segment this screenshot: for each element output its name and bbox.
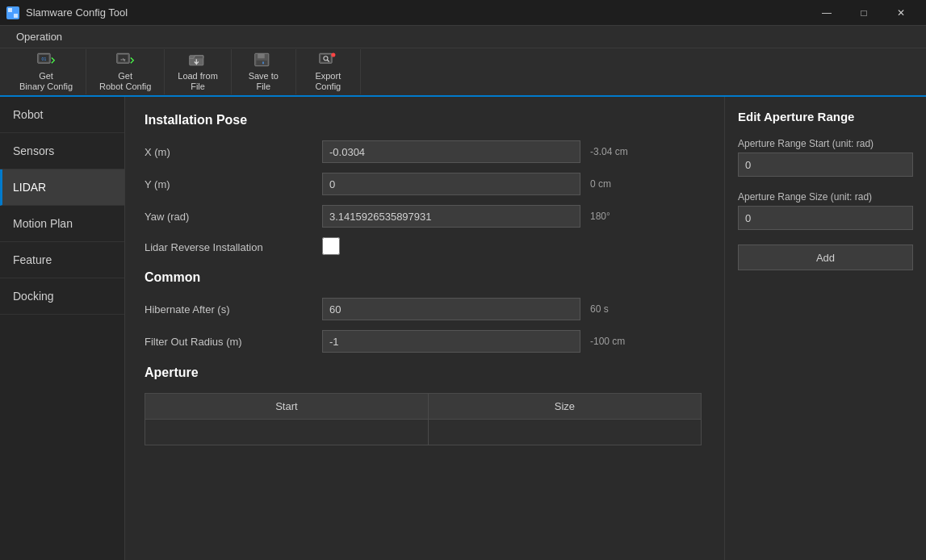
get-robot-config-icon: cfg <box>115 52 135 68</box>
get-robot-config-label: Get Robot Config <box>99 71 151 92</box>
yaw-unit: 180° <box>590 211 639 222</box>
y-unit: 0 cm <box>590 178 639 190</box>
svg-rect-12 <box>258 53 265 58</box>
sidebar-item-robot[interactable]: Robot <box>0 97 124 133</box>
aperture-section: Aperture Start Size <box>145 366 705 445</box>
aperture-size-group: Aperture Range Size (unit: rad) <box>738 191 913 230</box>
sidebar-item-sensors[interactable]: Sensors <box>0 133 124 169</box>
aperture-empty-row <box>145 420 702 445</box>
sidebar-item-feature[interactable]: Feature <box>0 242 124 278</box>
hibernate-label: Hibernate After (s) <box>145 303 322 316</box>
y-label: Y (m) <box>145 178 322 190</box>
title-bar-left: Slamware Config Tool <box>6 6 128 19</box>
export-config-icon <box>318 52 337 68</box>
load-from-file-label: Load from File <box>178 71 218 92</box>
filter-radius-label: Filter Out Radius (m) <box>145 336 322 348</box>
window-controls: — □ ✕ <box>808 0 920 26</box>
sidebar-item-motion-plan[interactable]: Motion Plan <box>0 206 124 242</box>
aperture-size-input[interactable] <box>738 206 913 230</box>
get-binary-config-button[interactable]: 01 Get Binary Config <box>6 49 86 94</box>
toolbar: 01 Get Binary Config cfg Get Robot Confi… <box>0 48 926 97</box>
app-icon <box>6 6 19 19</box>
export-config-label: Export Config <box>315 71 341 92</box>
lidar-reverse-checkbox-container <box>322 237 580 257</box>
x-unit: -3.04 cm <box>590 146 639 157</box>
save-to-file-label: Save to File <box>249 71 279 92</box>
export-config-button[interactable]: Export Config <box>296 49 361 94</box>
aperture-start-label: Aperture Range Start (unit: rad) <box>738 138 913 149</box>
get-binary-config-label: Get Binary Config <box>19 71 73 92</box>
aperture-title: Aperture <box>145 366 705 380</box>
load-from-file-button[interactable]: Load from File <box>165 49 232 94</box>
installation-pose-section: Installation Pose X (m) -3.04 cm Y (m) 0… <box>145 113 705 257</box>
svg-rect-3 <box>14 14 18 18</box>
filter-radius-input[interactable] <box>322 330 580 353</box>
installation-pose-title: Installation Pose <box>145 113 705 127</box>
aperture-col-size: Size <box>428 394 701 420</box>
x-input[interactable] <box>322 140 580 163</box>
right-panel: Edit Aperture Range Aperture Range Start… <box>724 97 926 560</box>
get-robot-config-button[interactable]: cfg Get Robot Config <box>86 49 165 94</box>
get-binary-config-icon: 01 <box>36 52 56 68</box>
yaw-input[interactable] <box>322 205 580 228</box>
sidebar-item-docking[interactable]: Docking <box>0 278 124 315</box>
svg-rect-13 <box>257 61 268 65</box>
content-area: Installation Pose X (m) -3.04 cm Y (m) 0… <box>125 97 724 560</box>
aperture-start-input[interactable] <box>738 153 913 177</box>
add-button[interactable]: Add <box>738 244 913 270</box>
aperture-table-body <box>145 420 702 445</box>
menu-bar: Operation <box>0 26 926 48</box>
x-row: X (m) -3.04 cm <box>145 140 705 163</box>
aperture-col-start: Start <box>145 394 429 420</box>
svg-text:01: 01 <box>42 56 47 61</box>
title-bar: Slamware Config Tool — □ ✕ <box>0 0 926 26</box>
sidebar: Robot Sensors LIDAR Motion Plan Feature … <box>0 97 125 560</box>
minimize-button[interactable]: — <box>808 0 845 26</box>
hibernate-unit: 60 s <box>590 303 639 315</box>
lidar-reverse-checkbox[interactable] <box>322 237 340 255</box>
filter-radius-row: Filter Out Radius (m) -100 cm <box>145 330 705 353</box>
y-input[interactable] <box>322 173 580 195</box>
maximize-button[interactable]: □ <box>845 0 882 26</box>
main-layout: Robot Sensors LIDAR Motion Plan Feature … <box>0 97 926 560</box>
menu-item-operation[interactable]: Operation <box>6 27 72 46</box>
right-panel-title: Edit Aperture Range <box>738 110 913 123</box>
close-button[interactable]: ✕ <box>882 0 920 26</box>
yaw-row: Yaw (rad) 180° <box>145 205 705 228</box>
svg-rect-0 <box>8 8 12 12</box>
common-section: Common Hibernate After (s) 60 s Filter O… <box>145 270 705 353</box>
y-row: Y (m) 0 cm <box>145 173 705 195</box>
load-from-file-icon <box>188 52 207 68</box>
aperture-table: Start Size <box>145 393 702 445</box>
svg-rect-1 <box>14 8 18 12</box>
save-to-file-button[interactable]: Save to File <box>232 49 296 94</box>
x-label: X (m) <box>145 146 322 158</box>
app-title: Slamware Config Tool <box>26 6 128 19</box>
save-to-file-icon <box>253 52 273 68</box>
aperture-size-label: Aperture Range Size (unit: rad) <box>738 191 913 203</box>
common-title: Common <box>145 270 705 285</box>
sidebar-item-lidar[interactable]: LIDAR <box>0 169 124 206</box>
hibernate-input[interactable] <box>322 298 580 320</box>
svg-point-19 <box>332 52 336 56</box>
svg-rect-2 <box>8 14 12 18</box>
lidar-reverse-row: Lidar Reverse Installation <box>145 237 705 257</box>
svg-text:cfg: cfg <box>121 57 126 61</box>
hibernate-row: Hibernate After (s) 60 s <box>145 298 705 320</box>
yaw-label: Yaw (rad) <box>145 211 322 223</box>
aperture-start-group: Aperture Range Start (unit: rad) <box>738 138 913 177</box>
filter-radius-unit: -100 cm <box>590 336 639 347</box>
lidar-reverse-label: Lidar Reverse Installation <box>145 241 322 253</box>
